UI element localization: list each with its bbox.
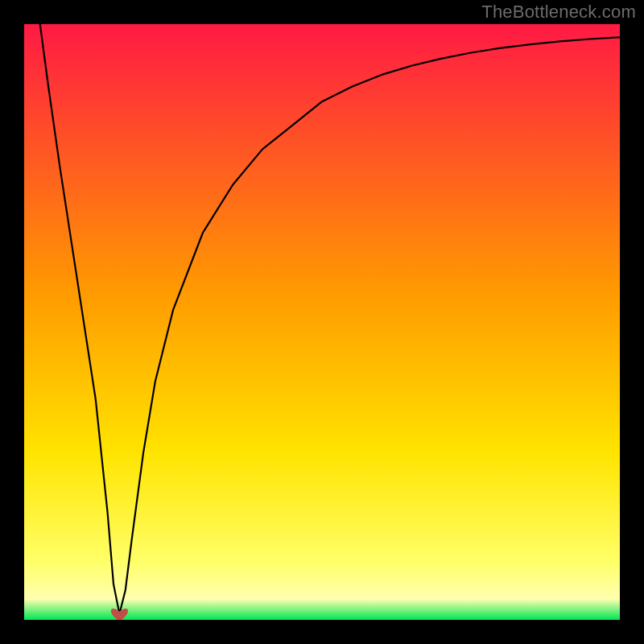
chart-svg [24,24,620,620]
plot-panel [24,24,620,620]
outer-frame: TheBottleneck.com [0,0,644,644]
gradient-background [24,24,620,620]
watermark-text: TheBottleneck.com [481,2,636,23]
